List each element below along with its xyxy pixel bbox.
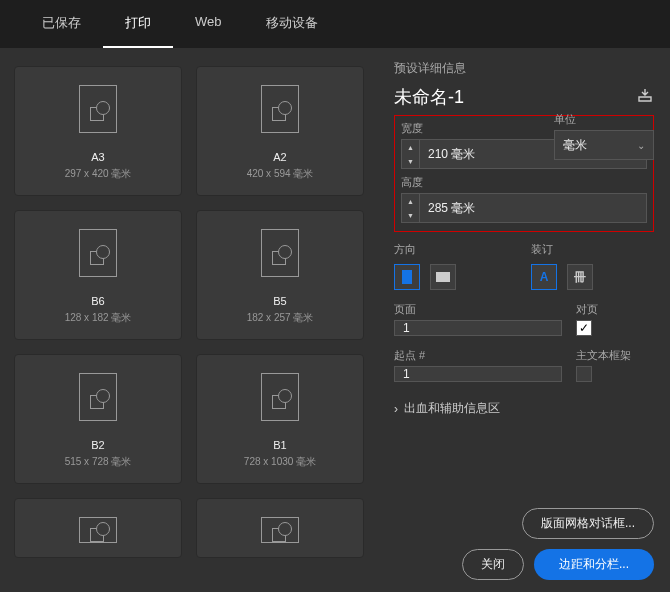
orientation-label: 方向 — [394, 242, 517, 257]
chevron-right-icon: › — [394, 402, 398, 416]
tab-mobile[interactable]: 移动设备 — [244, 0, 340, 48]
tab-bar: 已保存 打印 Web 移动设备 — [0, 0, 670, 48]
page-icon — [261, 517, 299, 543]
unit-select[interactable]: 毫米 ⌄ — [554, 130, 654, 160]
chevron-down-icon[interactable]: ▼ — [402, 208, 419, 222]
docname-suffix: -1 — [448, 87, 464, 108]
primary-frame-label: 主文本框架 — [576, 348, 654, 363]
width-stepper[interactable]: ▲ ▼ — [401, 139, 419, 169]
start-page-input[interactable] — [394, 366, 562, 382]
orientation-portrait-button[interactable] — [394, 264, 420, 290]
binding-rtl-button[interactable]: 冊 — [567, 264, 593, 290]
orientation-landscape-button[interactable] — [430, 264, 456, 290]
docname-base: 未命名 — [394, 85, 448, 109]
close-button[interactable]: 关闭 — [462, 549, 524, 580]
detail-section-title: 预设详细信息 — [394, 60, 654, 77]
tab-print[interactable]: 打印 — [103, 0, 173, 48]
save-preset-icon[interactable] — [636, 88, 654, 106]
height-stepper[interactable]: ▲ ▼ — [401, 193, 419, 223]
preset-name: B2 — [91, 439, 104, 451]
preset-name: B1 — [273, 439, 286, 451]
tab-saved[interactable]: 已保存 — [20, 0, 103, 48]
preset-dims: 182 x 257 毫米 — [247, 311, 314, 325]
preset-card[interactable]: B1 728 x 1030 毫米 — [196, 354, 364, 484]
preset-card[interactable]: B6 128 x 182 毫米 — [14, 210, 182, 340]
unit-value: 毫米 — [563, 137, 587, 154]
preset-dims: 728 x 1030 毫米 — [244, 455, 316, 469]
chevron-down-icon[interactable]: ▼ — [402, 154, 419, 168]
height-label: 高度 — [401, 175, 647, 190]
preset-card[interactable] — [196, 498, 364, 558]
pages-input[interactable] — [394, 320, 562, 336]
facing-pages-checkbox[interactable]: ✓ — [576, 320, 592, 336]
page-icon — [261, 373, 299, 421]
facing-pages-label: 对页 — [576, 302, 654, 317]
preset-card[interactable]: B5 182 x 257 毫米 — [196, 210, 364, 340]
preset-dims: 515 x 728 毫米 — [65, 455, 132, 469]
start-page-label: 起点 # — [394, 348, 562, 363]
page-icon — [79, 373, 117, 421]
preset-name: A2 — [273, 151, 286, 163]
page-icon — [261, 85, 299, 133]
tab-web[interactable]: Web — [173, 0, 244, 48]
binding-label: 装订 — [531, 242, 654, 257]
preset-name: A3 — [91, 151, 104, 163]
preset-card[interactable]: A2 420 x 594 毫米 — [196, 66, 364, 196]
preset-card[interactable]: B2 515 x 728 毫米 — [14, 354, 182, 484]
preset-name: B6 — [91, 295, 104, 307]
pages-label: 页面 — [394, 302, 562, 317]
preset-dims: 128 x 182 毫米 — [65, 311, 132, 325]
primary-frame-checkbox[interactable] — [576, 366, 592, 382]
binding-ltr-button[interactable]: A — [531, 264, 557, 290]
preset-card[interactable] — [14, 498, 182, 558]
detail-panel: 预设详细信息 未命名-1 宽度 ▲ — [378, 48, 670, 592]
bleed-section-toggle[interactable]: › 出血和辅助信息区 — [394, 400, 654, 417]
bleed-section-label: 出血和辅助信息区 — [404, 400, 500, 417]
chevron-down-icon: ⌄ — [637, 140, 645, 151]
chevron-up-icon[interactable]: ▲ — [402, 140, 419, 154]
document-name[interactable]: 未命名-1 — [394, 85, 464, 109]
unit-label: 单位 — [554, 112, 654, 127]
layout-grid-button[interactable]: 版面网格对话框... — [522, 508, 654, 539]
page-icon — [79, 229, 117, 277]
page-icon — [79, 85, 117, 133]
page-icon — [79, 517, 117, 543]
preset-dims: 297 x 420 毫米 — [65, 167, 132, 181]
chevron-up-icon[interactable]: ▲ — [402, 194, 419, 208]
height-input[interactable] — [419, 193, 647, 223]
preset-dims: 420 x 594 毫米 — [247, 167, 314, 181]
preset-name: B5 — [273, 295, 286, 307]
preset-grid: A3 297 x 420 毫米 A2 420 x 594 毫米 B6 128 x… — [0, 48, 378, 592]
page-icon — [261, 229, 299, 277]
preset-card[interactable]: A3 297 x 420 毫米 — [14, 66, 182, 196]
margins-columns-button[interactable]: 边距和分栏... — [534, 549, 654, 580]
